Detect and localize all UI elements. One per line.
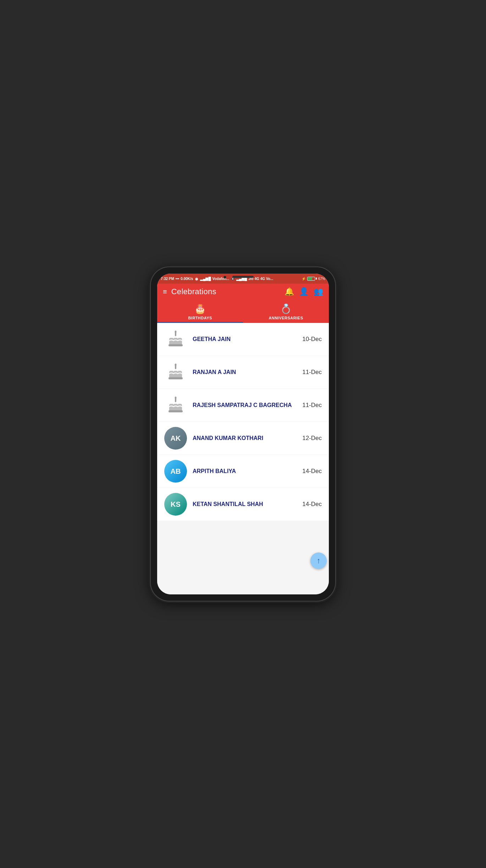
birthday-tab-icon: 🎂 (194, 303, 206, 314)
tab-anniversaries[interactable]: 💍 ANNIVERSARIES (243, 300, 329, 323)
anniversary-tab-label: ANNIVERSARIES (269, 316, 303, 320)
cake-icon-wrapper (164, 361, 187, 384)
list-item[interactable]: AB ARPITH BALIYA 14-Dec (157, 455, 329, 488)
fab-button[interactable]: ↑ (310, 553, 327, 569)
avatar-wrapper: AK (164, 427, 187, 450)
avatar: AB (164, 460, 187, 483)
battery-body (307, 277, 315, 281)
item-info: ARPITH BALIYA (193, 468, 297, 475)
avatar-wrapper (164, 361, 187, 384)
celebration-date: 14-Dec (302, 501, 322, 508)
avatar-wrapper: KS (164, 493, 187, 516)
header-left: ≡ Celebrations (163, 287, 216, 296)
charging-icon: ⚡ (302, 277, 306, 281)
cake-icon-wrapper (164, 394, 187, 417)
alarm-icon: ⏰ (194, 277, 199, 281)
header-icons: 🔔 👤 👥 (285, 287, 323, 296)
anniversary-tab-icon: 💍 (280, 303, 292, 314)
svg-point-1 (175, 331, 177, 333)
list-item[interactable]: GEETHA JAIN 10-Dec (157, 323, 329, 356)
avatar: KS (164, 493, 187, 516)
person-name: ARPITH BALIYA (193, 468, 297, 475)
contacts-icon[interactable]: 👥 (314, 287, 323, 296)
person-name: RANJAN A JAIN (193, 369, 297, 376)
celebration-date: 12-Dec (302, 435, 322, 442)
status-left: 7:32 PM ••• 0.00K/s ⏰ ▂▄▆█ Vodafon... 🔇 … (161, 277, 273, 281)
list-item[interactable]: RANJAN A JAIN 11-Dec (157, 356, 329, 389)
battery-percent: 67% (318, 277, 325, 281)
list-item[interactable]: AK ANAND KUMAR KOTHARI 12-Dec (157, 422, 329, 455)
item-info: GEETHA JAIN (193, 336, 297, 343)
signal-bars-1: ▂▄▆█ (200, 277, 211, 281)
carrier-1: Vodafon... (212, 277, 230, 281)
celebration-date: 11-Dec (302, 369, 322, 376)
avatar-wrapper: AB (164, 460, 187, 483)
svg-rect-3 (169, 344, 183, 346)
speaker-grille (232, 276, 254, 278)
item-info: RAJESH SAMPATRAJ C BAGRECHA (193, 402, 297, 409)
item-info: RANJAN A JAIN (193, 369, 297, 376)
phone-screen: 7:32 PM ••• 0.00K/s ⏰ ▂▄▆█ Vodafon... 🔇 … (157, 274, 329, 594)
bell-icon[interactable]: 🔔 (285, 287, 294, 296)
app-header: ≡ Celebrations 🔔 👤 👥 (157, 284, 329, 300)
avatar-initials: AK (171, 434, 181, 443)
celebration-date: 14-Dec (302, 468, 322, 475)
battery-indicator (307, 277, 317, 281)
celebration-date: 10-Dec (302, 336, 322, 343)
svg-rect-2 (169, 338, 182, 345)
status-right: ⚡ 67% (302, 277, 325, 281)
svg-rect-6 (169, 371, 182, 378)
status-bar: 7:32 PM ••• 0.00K/s ⏰ ▂▄▆█ Vodafon... 🔇 … (157, 274, 329, 284)
data-speed: 0.00K/s (181, 277, 193, 281)
birthday-list: GEETHA JAIN 10-Dec RANJAN A JAIN 11-Dec (157, 323, 329, 594)
avatar-wrapper (164, 394, 187, 417)
avatar-initials: KS (171, 500, 181, 509)
svg-rect-7 (169, 377, 183, 379)
phone-frame: 7:32 PM ••• 0.00K/s ⏰ ▂▄▆█ Vodafon... 🔇 … (151, 267, 335, 601)
birthday-tab-label: BIRTHDAYS (188, 316, 212, 320)
avatar: AK (164, 427, 187, 450)
list-item[interactable]: KS KETAN SHANTILAL SHAH 14-Dec (157, 488, 329, 521)
avatar-initials: AB (171, 467, 181, 476)
person-name: RAJESH SAMPATRAJ C BAGRECHA (193, 402, 297, 409)
person-name: KETAN SHANTILAL SHAH (193, 501, 297, 508)
avatar-wrapper (164, 328, 187, 351)
cake-icon-wrapper (164, 328, 187, 351)
celebration-date: 11-Dec (302, 402, 322, 409)
fab-icon: ↑ (317, 556, 321, 565)
tab-birthdays[interactable]: 🎂 BIRTHDAYS (157, 300, 243, 323)
time-display: 7:32 PM (161, 277, 174, 281)
person-icon[interactable]: 👤 (299, 287, 309, 296)
list-item[interactable]: RAJESH SAMPATRAJ C BAGRECHA 11-Dec (157, 389, 329, 422)
tab-bar: 🎂 BIRTHDAYS 💍 ANNIVERSARIES (157, 300, 329, 323)
battery-tip (316, 278, 317, 280)
battery-fill (308, 278, 312, 280)
svg-rect-10 (169, 404, 182, 411)
front-camera (223, 276, 226, 279)
person-name: GEETHA JAIN (193, 336, 297, 343)
svg-point-9 (175, 397, 177, 399)
svg-rect-11 (169, 410, 183, 412)
menu-icon[interactable]: ≡ (163, 288, 167, 296)
item-info: ANAND KUMAR KOTHARI (193, 435, 297, 442)
svg-point-5 (175, 364, 177, 366)
person-name: ANAND KUMAR KOTHARI (193, 435, 297, 442)
item-info: KETAN SHANTILAL SHAH (193, 501, 297, 508)
dots-indicator: ••• (176, 277, 180, 281)
app-title: Celebrations (171, 287, 216, 296)
